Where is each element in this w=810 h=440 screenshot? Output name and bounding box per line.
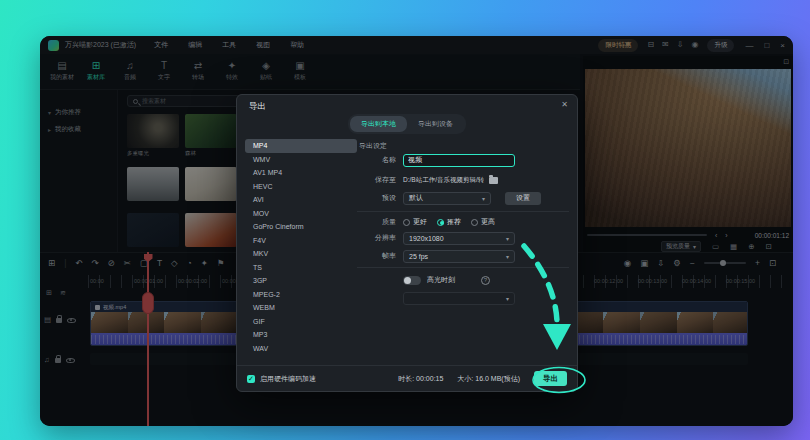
name-row: 名称 — [357, 153, 569, 167]
format-item[interactable]: MOV — [245, 207, 357, 221]
radio-icon — [437, 219, 444, 226]
size-value: 16.0 MB(预估) — [475, 375, 520, 382]
highlight-label: 高光时刻 — [427, 275, 455, 285]
preset-dropdown[interactable]: 默认 ▾ — [403, 192, 491, 205]
preset-settings-button[interactable]: 设置 — [505, 192, 541, 205]
desktop-background: 万兴喵影2023 (已激活) 文件编辑工具视图帮助 限时特惠 ⊟✉⇩◉ 升级 —… — [0, 0, 810, 440]
quality-option-label: 更高 — [481, 217, 495, 227]
fps-label: 帧率 — [357, 251, 403, 261]
name-label: 名称 — [357, 155, 403, 165]
export-tab[interactable]: 导出到设备 — [407, 116, 464, 132]
format-item[interactable]: TS — [245, 261, 357, 275]
settings-title: 导出设定 — [359, 141, 387, 151]
divider — [357, 211, 569, 212]
preset-label: 预设 — [357, 193, 403, 203]
fps-dropdown[interactable]: 25 fps ▾ — [403, 250, 515, 263]
quality-option[interactable]: 更好 — [403, 217, 427, 227]
size-label: 大小: — [457, 375, 473, 382]
fps-value: 25 fps — [409, 253, 428, 260]
quality-row: 质量 更好推荐更高 — [357, 215, 569, 229]
format-item[interactable]: 3GP — [245, 274, 357, 288]
export-stats: 时长: 00:00:15 大小: 16.0 MB(预估) — [398, 374, 520, 384]
size-stat: 大小: 16.0 MB(预估) — [457, 374, 520, 384]
format-item[interactable]: MPEG-2 — [245, 288, 357, 302]
export-tabs: 导出到本地导出到设备 — [348, 114, 466, 134]
quality-option[interactable]: 更高 — [471, 217, 495, 227]
quality-label: 质量 — [357, 217, 403, 227]
resolution-dropdown[interactable]: 1920x1080 ▾ — [403, 232, 515, 245]
dialog-close-icon[interactable]: ✕ — [561, 100, 568, 109]
dialog-footer: ✓ 启用硬件编码加速 时长: 00:00:15 大小: 16.0 MB(预估) … — [237, 365, 577, 391]
resolution-row: 分辨率 1920x1080 ▾ — [357, 231, 569, 245]
hardware-accel-label: 启用硬件编码加速 — [260, 374, 316, 384]
export-button[interactable]: 导出 — [534, 371, 567, 386]
highlight-dropdown: ▾ — [403, 292, 515, 305]
format-list: MP4WMVAV1 MP4HEVCAVIMOVGoPro CineformF4V… — [245, 139, 357, 355]
dialog-title: 导出 — [249, 101, 266, 113]
help-icon[interactable]: ? — [481, 276, 490, 285]
chevron-down-icon: ▾ — [506, 253, 509, 260]
format-item[interactable]: HEVC — [245, 180, 357, 194]
highlight-toggle[interactable] — [403, 276, 421, 285]
format-item[interactable]: WEBM — [245, 301, 357, 315]
preset-row: 预设 默认 ▾ 设置 — [357, 191, 569, 205]
format-item[interactable]: GoPro Cineform — [245, 220, 357, 234]
format-item[interactable]: WAV — [245, 342, 357, 356]
chevron-down-icon: ▾ — [506, 295, 509, 302]
format-item[interactable]: F4V — [245, 234, 357, 248]
folder-icon[interactable] — [489, 177, 498, 184]
quality-option-label: 更好 — [413, 217, 427, 227]
highlight-dd-row: ▾ — [357, 291, 569, 305]
quality-option-label: 推荐 — [447, 217, 461, 227]
quality-option[interactable]: 推荐 — [437, 217, 461, 227]
export-settings: 导出设定 名称 保存至 D:/B站工作/音乐视频剪辑/转 预设 默认 ▾ 设置 — [357, 139, 569, 369]
format-item[interactable]: AV1 MP4 — [245, 166, 357, 180]
duration-label: 时长: — [398, 375, 414, 382]
export-dialog: 导出 ✕ 导出到本地导出到设备 MP4WMVAV1 MP4HEVCAVIMOVG… — [236, 94, 578, 392]
duration-stat: 时长: 00:00:15 — [398, 374, 443, 384]
save-label: 保存至 — [357, 175, 403, 185]
name-input[interactable] — [403, 154, 515, 167]
save-path-value: D:/B站工作/音乐视频剪辑/转 — [403, 176, 484, 185]
hardware-accel-checkbox[interactable]: ✓ — [247, 375, 255, 383]
format-item[interactable]: MP3 — [245, 328, 357, 342]
format-item[interactable]: MP4 — [245, 139, 357, 153]
format-item[interactable]: GIF — [245, 315, 357, 329]
duration-value: 00:00:15 — [416, 375, 443, 382]
chevron-down-icon: ▾ — [506, 235, 509, 242]
preset-value: 默认 — [409, 193, 423, 203]
save-path-row: 保存至 D:/B站工作/音乐视频剪辑/转 — [357, 173, 569, 187]
format-item[interactable]: AVI — [245, 193, 357, 207]
format-item[interactable]: WMV — [245, 153, 357, 167]
divider — [357, 267, 569, 268]
fps-row: 帧率 25 fps ▾ — [357, 249, 569, 263]
resolution-value: 1920x1080 — [409, 235, 444, 242]
radio-icon — [403, 219, 410, 226]
format-item[interactable]: MKV — [245, 247, 357, 261]
toggle-knob — [404, 277, 411, 284]
highlight-row: 高光时刻 ? — [357, 273, 569, 287]
resolution-label: 分辨率 — [357, 233, 403, 243]
export-tab[interactable]: 导出到本地 — [350, 116, 407, 132]
radio-icon — [471, 219, 478, 226]
chevron-down-icon: ▾ — [482, 195, 485, 202]
quality-options: 更好推荐更高 — [403, 217, 505, 227]
